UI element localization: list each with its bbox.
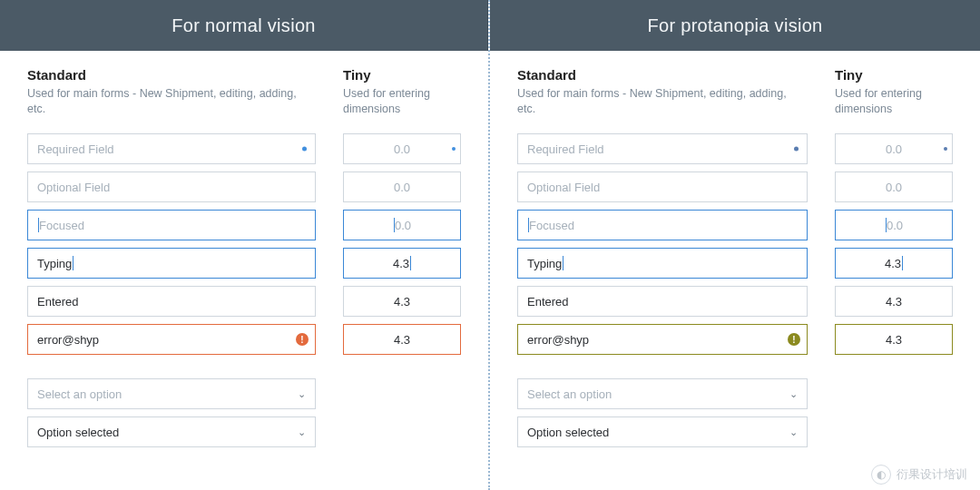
column-tiny-normal: Tiny Used for entering dimensions 0.0 0.… (343, 67, 461, 455)
standard-desc: Used for main forms - New Shipment, edit… (27, 86, 316, 117)
required-indicator-dot (944, 147, 947, 151)
tiny-typing-input[interactable]: 4.3 (835, 248, 953, 279)
tiny-entered-input[interactable]: 4.3 (343, 286, 461, 317)
header-protanopia: For protanopia vision (490, 0, 980, 51)
tiny-error-input[interactable]: 4.3 (835, 324, 953, 355)
error-field-value: error@shyp (37, 333, 99, 347)
tiny-entered-value: 4.3 (394, 295, 410, 309)
tiny-typing-value: 4.3 (885, 257, 901, 270)
column-standard-normal: Standard Used for main forms - New Shipm… (27, 67, 316, 455)
watermark: ◐ 衍果设计培训 (871, 465, 967, 485)
tiny-focused-input[interactable]: 0.0 (343, 210, 461, 240)
optional-field-input[interactable]: Optional Field (27, 172, 316, 202)
tiny-required-value: 0.0 (886, 142, 902, 156)
optional-field-placeholder: Optional Field (527, 181, 600, 194)
tiny-typing-input[interactable]: 4.3 (343, 248, 461, 279)
select-empty[interactable]: Select an option ⌄ (517, 378, 808, 409)
tiny-entered-input[interactable]: 4.3 (835, 286, 953, 317)
required-field-input[interactable]: Required Field (27, 133, 316, 164)
column-tiny-protan: Tiny Used for entering dimensions 0.0 0.… (835, 67, 953, 455)
error-field-input[interactable]: error@shyp (517, 324, 808, 355)
watermark-text: 衍果设计培训 (897, 466, 967, 483)
required-indicator-dot (794, 147, 799, 152)
column-standard-protan: Standard Used for main forms - New Shipm… (517, 67, 808, 455)
standard-title: Standard (517, 67, 808, 83)
tiny-title: Tiny (835, 67, 953, 83)
focused-field-input[interactable]: Focused (27, 210, 316, 240)
select-filled[interactable]: Option selected ⌄ (27, 416, 316, 447)
entered-field-input[interactable]: Entered (517, 286, 808, 317)
typing-field-input[interactable]: Typing (517, 248, 808, 279)
required-indicator-dot (452, 147, 456, 151)
tiny-error-value: 4.3 (394, 333, 410, 347)
tiny-title: Tiny (343, 67, 461, 83)
required-indicator-dot (302, 147, 307, 152)
select-filled[interactable]: Option selected ⌄ (517, 416, 808, 447)
entered-field-input[interactable]: Entered (27, 286, 316, 317)
required-field-placeholder: Required Field (527, 142, 604, 156)
tiny-focused-value: 0.0 (395, 219, 411, 232)
required-field-placeholder: Required Field (37, 142, 114, 156)
error-field-input[interactable]: error@shyp (27, 324, 316, 355)
error-icon: ! (788, 333, 800, 346)
tiny-optional-input[interactable]: 0.0 (343, 172, 461, 202)
optional-field-input[interactable]: Optional Field (517, 172, 808, 202)
tiny-desc: Used for entering dimensions (343, 86, 461, 117)
focused-field-placeholder: Focused (529, 219, 574, 232)
tiny-optional-input[interactable]: 0.0 (835, 172, 953, 202)
tiny-entered-value: 4.3 (886, 295, 902, 309)
standard-desc: Used for main forms - New Shipment, edit… (517, 86, 808, 117)
standard-title: Standard (27, 67, 316, 83)
select-value: Option selected (37, 426, 119, 439)
chevron-down-icon: ⌄ (298, 388, 306, 400)
entered-field-value: Entered (37, 295, 79, 309)
typing-field-input[interactable]: Typing (27, 248, 316, 279)
typing-field-value: Typing (527, 257, 562, 270)
select-placeholder: Select an option (527, 387, 612, 401)
required-field-input[interactable]: Required Field (517, 133, 808, 164)
tiny-focused-value: 0.0 (887, 219, 903, 232)
focused-field-placeholder: Focused (39, 219, 84, 232)
entered-field-value: Entered (527, 295, 569, 309)
tiny-typing-value: 4.3 (393, 257, 409, 270)
tiny-desc: Used for entering dimensions (835, 86, 953, 117)
panel-normal-vision: For normal vision Standard Used for main… (0, 0, 490, 490)
chevron-down-icon: ⌄ (789, 426, 798, 438)
tiny-optional-value: 0.0 (886, 181, 902, 194)
watermark-icon: ◐ (871, 465, 891, 485)
tiny-required-input[interactable]: 0.0 (835, 133, 953, 164)
tiny-optional-value: 0.0 (394, 181, 410, 194)
tiny-error-input[interactable]: 4.3 (343, 324, 461, 355)
tiny-required-input[interactable]: 0.0 (343, 133, 461, 164)
tiny-error-value: 4.3 (886, 333, 902, 347)
tiny-required-value: 0.0 (394, 142, 410, 156)
typing-field-value: Typing (37, 257, 72, 270)
select-value: Option selected (527, 426, 609, 439)
error-icon: ! (296, 333, 309, 346)
select-placeholder: Select an option (37, 387, 122, 401)
chevron-down-icon: ⌄ (789, 388, 798, 400)
focused-field-input[interactable]: Focused (517, 210, 808, 240)
error-field-value: error@shyp (527, 333, 589, 347)
panel-protanopia-vision: For protanopia vision Standard Used for … (490, 0, 980, 490)
chevron-down-icon: ⌄ (298, 426, 306, 438)
optional-field-placeholder: Optional Field (37, 181, 110, 194)
select-empty[interactable]: Select an option ⌄ (27, 378, 316, 409)
tiny-focused-input[interactable]: 0.0 (835, 210, 953, 240)
header-normal: For normal vision (0, 0, 488, 51)
